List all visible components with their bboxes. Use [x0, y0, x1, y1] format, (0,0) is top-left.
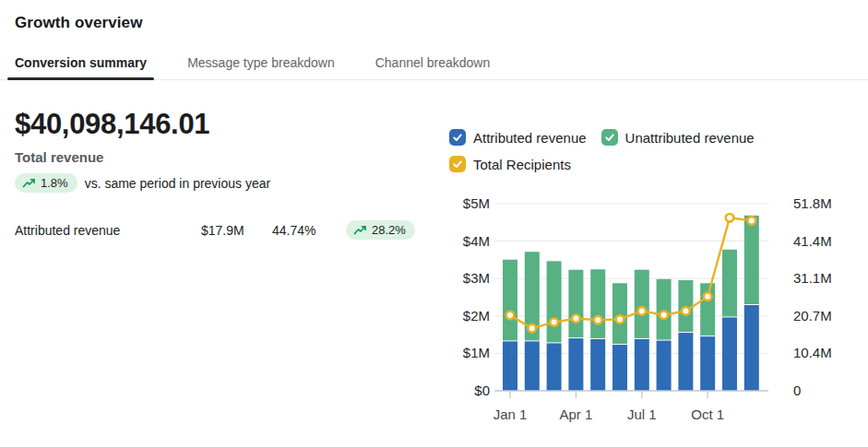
checkbox-checked-icon[interactable]: [601, 129, 618, 146]
total-change-row: 1.8% vs. same period in previous year: [15, 173, 434, 193]
growth-overview-page: Growth overview Conversion summary Messa…: [0, 0, 868, 447]
metric-label: Attributed revenue: [15, 223, 201, 238]
legend-label: Total Recipients: [473, 157, 571, 172]
tab-channel-breakdown[interactable]: Channel breakdown: [368, 50, 498, 79]
svg-text:20.7M: 20.7M: [793, 308, 832, 323]
legend-label: Attributed revenue: [473, 130, 587, 146]
svg-text:0: 0: [793, 382, 801, 398]
metric-value: $17.9M: [201, 223, 272, 238]
tab-message-type-breakdown[interactable]: Message type breakdown: [180, 50, 342, 79]
svg-text:51.8M: 51.8M: [793, 195, 832, 211]
chart-legend: Attributed revenue Unattributed revenue …: [449, 129, 868, 172]
svg-text:10.4M: 10.4M: [793, 345, 832, 360]
total-change-context: vs. same period in previous year: [85, 176, 271, 191]
checkbox-checked-icon[interactable]: [449, 156, 466, 172]
trend-up-icon: [353, 225, 367, 236]
svg-text:Jul 1: Jul 1: [627, 406, 657, 422]
svg-text:Jan 1: Jan 1: [493, 406, 528, 422]
growth-chart-container: Jan 1Apr 1Jul 1Oct 1$00$1M10.4M$2M20.7M$…: [447, 189, 868, 445]
legend-label: Unattributed revenue: [625, 130, 755, 146]
metric-change-badge: 28.2%: [346, 220, 415, 240]
checkbox-checked-icon[interactable]: [449, 129, 466, 146]
total-revenue-label: Total revenue: [15, 149, 434, 165]
metric-percent: 44.74%: [272, 223, 346, 238]
trend-up-icon: [22, 178, 36, 189]
svg-text:41.4M: 41.4M: [793, 233, 832, 249]
page-title: Growth overview: [15, 14, 142, 32]
metric-change-value: 28.2%: [372, 223, 406, 237]
total-change-value: 1.8%: [41, 176, 68, 190]
growth-chart: Jan 1Apr 1Jul 1Oct 1$00$1M10.4M$2M20.7M$…: [447, 189, 868, 445]
svg-text:$2M: $2M: [463, 308, 490, 323]
revenue-summary-panel: $40,098,146.01 Total revenue 1.8% vs. sa…: [15, 107, 434, 240]
svg-text:$1M: $1M: [463, 345, 490, 360]
legend-attributed-revenue[interactable]: Attributed revenue: [449, 129, 587, 146]
legend-unattributed-revenue[interactable]: Unattributed revenue: [601, 129, 755, 146]
tab-bar: Conversion summary Message type breakdow…: [0, 50, 868, 80]
tab-conversion-summary[interactable]: Conversion summary: [7, 50, 154, 79]
total-revenue-value: $40,098,146.01: [15, 107, 434, 142]
svg-text:$4M: $4M: [463, 233, 490, 249]
total-change-badge: 1.8%: [15, 173, 77, 193]
svg-text:31.1M: 31.1M: [793, 270, 832, 286]
attributed-revenue-row: Attributed revenue $17.9M 44.74% 28.2%: [15, 220, 434, 240]
svg-text:Oct 1: Oct 1: [691, 406, 724, 422]
legend-total-recipients[interactable]: Total Recipients: [449, 156, 571, 172]
svg-text:$3M: $3M: [463, 270, 490, 286]
svg-text:$0: $0: [474, 382, 490, 398]
svg-text:$5M: $5M: [463, 195, 490, 211]
svg-text:Apr 1: Apr 1: [559, 406, 592, 422]
